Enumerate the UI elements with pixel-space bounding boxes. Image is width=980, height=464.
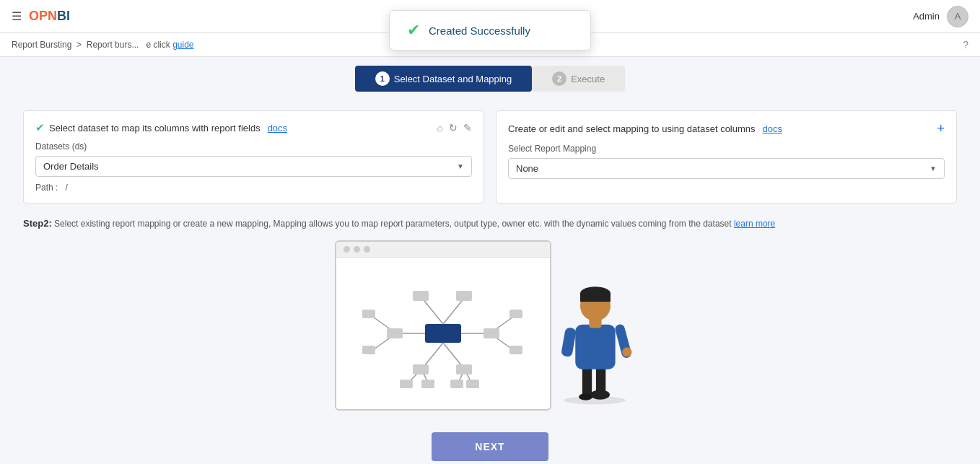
toast-notification: ✔ Created Successfully [389,10,591,51]
svg-rect-28 [466,380,479,388]
hamburger-icon[interactable]: ☰ [12,9,22,23]
next-btn-wrapper: NEXT [23,432,957,461]
svg-rect-16 [484,328,499,338]
main-content: ✔ Select dataset to map its columns with… [0,99,980,464]
breadcrumb-item1: Report Bursting [12,40,71,50]
svg-rect-21 [362,310,375,318]
path-line: Path : / [35,183,472,193]
brand-bi: BI [57,9,70,24]
svg-point-37 [622,347,631,356]
svg-rect-26 [421,380,434,388]
step-1-num: 1 [375,71,390,86]
dot2 [354,246,360,253]
step-2-label: Execute [571,74,605,84]
nav-right: Admin A [913,6,968,27]
next-button[interactable]: NEXT [432,432,548,461]
step2-label: Step2: [23,218,52,229]
icon-btns: ⌂ ↻ ✎ [437,122,472,133]
admin-label: Admin [913,11,940,22]
svg-rect-17 [413,291,429,301]
path-label: Path : [35,183,58,193]
svg-line-7 [421,297,443,324]
right-docs-link[interactable]: docs [763,123,782,134]
svg-rect-23 [509,310,522,318]
step-2-num: 2 [552,71,566,86]
svg-rect-35 [561,327,577,357]
svg-point-32 [590,390,610,399]
edit-icon[interactable]: ✎ [463,122,472,133]
datasets-label: Datasets (ds) [35,141,472,152]
svg-rect-34 [575,325,615,369]
dot3 [364,246,370,253]
learn-more-link[interactable]: learn more [734,219,775,229]
guide-link[interactable]: guide [172,40,193,50]
svg-rect-24 [509,346,522,354]
svg-rect-22 [362,346,375,354]
toast-message: Created Successfully [429,25,530,37]
help-icon[interactable]: ? [963,39,968,51]
svg-rect-27 [450,380,463,388]
person-illustration [544,259,645,411]
home-icon[interactable]: ⌂ [437,122,443,133]
left-panel: ✔ Select dataset to map its columns with… [23,110,484,203]
right-panel-title: Create or edit and select mapping to usi… [508,123,756,134]
mapping-chevron: ▼ [929,165,937,172]
svg-point-33 [579,393,592,400]
toast-check-icon: ✔ [407,21,420,40]
right-panel: Create or edit and select mapping to usi… [496,110,957,203]
dataset-chevron: ▼ [457,162,464,170]
browser-window [335,240,551,411]
left-docs-link[interactable]: docs [268,123,287,133]
step-1[interactable]: 1 Select Dataset and Mapping [355,66,532,92]
mapping-select[interactable]: None ▼ [508,158,945,179]
nav-left: ☰ OPNBI [12,9,70,24]
avatar[interactable]: A [947,6,968,27]
left-panel-header: ✔ Select dataset to map its columns with… [35,121,472,134]
svg-rect-30 [582,366,592,397]
refresh-icon[interactable]: ↻ [449,122,458,133]
breadcrumb-item2: Report burs... [87,40,139,50]
panels-row: ✔ Select dataset to map its columns with… [23,110,957,203]
check-icon: ✔ [35,121,45,134]
step2-text: Step2: Select existing report mapping or… [23,218,957,229]
illustration [324,240,656,411]
dataset-selected-value: Order Details [43,161,99,172]
brand-opn: OPN [29,9,57,24]
svg-rect-15 [387,328,403,338]
path-value: / [65,183,67,193]
mapping-label: Select Report Mapping [508,144,945,154]
svg-rect-41 [580,294,611,302]
breadcrumb: Report Bursting > Report burs... e click… [12,40,194,50]
dot1 [344,246,350,253]
step2-description: Select existing report mapping or create… [54,219,734,229]
svg-rect-19 [413,364,429,375]
svg-rect-18 [456,291,472,301]
browser-body [336,258,550,409]
brand-logo: OPNBI [29,9,70,24]
svg-rect-0 [425,324,461,343]
guide-prefix: e click [146,40,172,50]
left-panel-title: Select dataset to map its columns with r… [49,123,261,133]
steps-bar: 1 Select Dataset and Mapping 2 Execute [0,57,980,99]
network-diagram [349,272,537,395]
browser-titlebar [336,242,550,258]
step-2[interactable]: 2 Execute [532,66,625,92]
step-1-label: Select Dataset and Mapping [394,74,512,84]
svg-rect-25 [400,380,413,388]
plus-icon[interactable]: + [937,121,945,136]
svg-line-8 [443,297,465,324]
right-panel-header: Create or edit and select mapping to usi… [508,121,945,136]
mapping-selected-value: None [516,163,538,174]
step2-section: Step2: Select existing report mapping or… [23,218,957,461]
dataset-select[interactable]: Order Details ▼ [35,156,472,177]
svg-rect-20 [456,364,472,375]
